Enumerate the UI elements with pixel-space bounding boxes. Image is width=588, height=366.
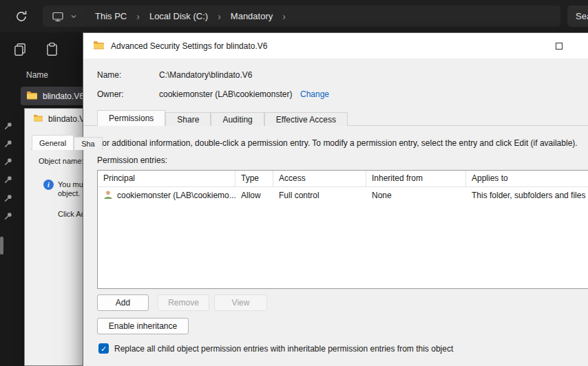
column-header-name[interactable]: Name xyxy=(26,70,48,80)
folder-icon xyxy=(33,114,43,124)
pin-icon[interactable] xyxy=(3,193,13,203)
explorer-toolbar: This PC › Local Disk (C:) › Mandatory › … xyxy=(0,0,588,32)
desktop: This PC › Local Disk (C:) › Mandatory › … xyxy=(0,0,588,366)
dialog-tabs: Permissions Share Auditing Effective Acc… xyxy=(97,110,348,126)
inheritance-checkbox[interactable]: ✓ xyxy=(98,343,109,354)
properties-info-text: Click Ad xyxy=(58,210,85,218)
chevron-right-icon: › xyxy=(132,11,144,22)
cell-access: Full control xyxy=(273,191,366,200)
maximize-button[interactable] xyxy=(543,33,575,58)
instructions-text: For additional information, double-click… xyxy=(97,138,578,148)
cell-type: Allow xyxy=(235,191,273,200)
permission-entries-table: Principal Type Access Inherited from App… xyxy=(97,170,588,289)
column-inherited-from[interactable]: Inherited from xyxy=(366,171,466,186)
remove-button[interactable]: Remove xyxy=(158,294,209,311)
inheritance-checkbox-label: Replace all child object permission entr… xyxy=(114,344,453,354)
breadcrumb-mandatory[interactable]: Mandatory xyxy=(225,11,278,21)
enable-inheritance-button[interactable]: Enable inheritance xyxy=(97,318,189,334)
add-button[interactable]: Add xyxy=(97,294,149,311)
address-bar[interactable]: This PC › Local Disk (C:) › Mandatory › xyxy=(43,6,560,27)
breadcrumb-this-pc[interactable]: This PC xyxy=(90,11,132,21)
permission-entries-label: Permission entries: xyxy=(97,155,167,165)
folder-icon xyxy=(26,91,37,102)
advanced-security-dialog: Advanced Security Settings for blindato.… xyxy=(83,32,588,366)
pin-icon[interactable] xyxy=(3,175,13,184)
pin-icon[interactable] xyxy=(3,121,13,131)
name-label: Name: xyxy=(97,70,121,80)
this-pc-icon xyxy=(52,11,63,22)
cell-inherited-from: None xyxy=(366,191,466,200)
file-name: blindato.V6 xyxy=(43,92,84,101)
column-principal[interactable]: Principal xyxy=(98,171,235,186)
object-name-label: Object name: xyxy=(39,157,83,165)
tab-share[interactable]: Share xyxy=(165,112,211,126)
table-row[interactable]: cookiemonster (LAB\cookiemo... Allow Ful… xyxy=(98,187,588,204)
pin-icon[interactable] xyxy=(3,211,13,221)
change-owner-link[interactable]: Change xyxy=(300,89,329,99)
properties-info-text: object. xyxy=(58,189,80,197)
breadcrumb-local-disk[interactable]: Local Disk (C:) xyxy=(144,11,213,21)
cell-principal: cookiemonster (LAB\cookiemo... xyxy=(117,191,235,200)
folder-icon xyxy=(93,41,104,52)
search-input[interactable]: Sea xyxy=(567,6,588,27)
table-header-row: Principal Type Access Inherited from App… xyxy=(98,171,588,187)
maximize-icon xyxy=(556,43,563,50)
tab-effective-access[interactable]: Effective Access xyxy=(264,112,348,126)
tab-general[interactable]: General xyxy=(32,135,74,150)
column-applies-to[interactable]: Applies to xyxy=(466,171,588,186)
paste-icon[interactable] xyxy=(44,42,59,57)
chevron-right-icon: › xyxy=(278,11,290,22)
copy-icon[interactable] xyxy=(12,42,28,57)
properties-dialog-title: blindato.V xyxy=(48,114,85,124)
tab-sharing[interactable]: Sha xyxy=(74,137,103,150)
dialog-title-bar: Advanced Security Settings for blindato.… xyxy=(83,33,588,58)
check-icon: ✓ xyxy=(101,345,107,353)
column-access[interactable]: Access xyxy=(273,171,366,186)
cell-applies-to: This folder, subfolders and files xyxy=(466,191,588,200)
chevron-right-icon: › xyxy=(213,11,225,22)
pin-icon[interactable] xyxy=(3,139,13,149)
pin-icon[interactable] xyxy=(3,157,13,166)
refresh-icon[interactable] xyxy=(14,10,28,23)
column-type[interactable]: Type xyxy=(235,171,273,186)
owner-label: Owner: xyxy=(97,89,124,99)
tab-permissions[interactable]: Permissions xyxy=(97,110,165,126)
view-button[interactable]: View xyxy=(214,294,267,311)
name-value: C:\Mandatory\blindato.V6 xyxy=(159,70,252,80)
scrollbar-thumb[interactable] xyxy=(0,237,3,255)
dialog-title: Advanced Security Settings for blindato.… xyxy=(111,41,267,51)
chevron-down-icon[interactable] xyxy=(70,13,77,20)
info-icon: i xyxy=(43,180,54,190)
tab-auditing[interactable]: Auditing xyxy=(211,112,264,126)
user-icon xyxy=(103,190,113,202)
owner-value: cookiemonster (LAB\cookiemonster) xyxy=(159,89,292,99)
